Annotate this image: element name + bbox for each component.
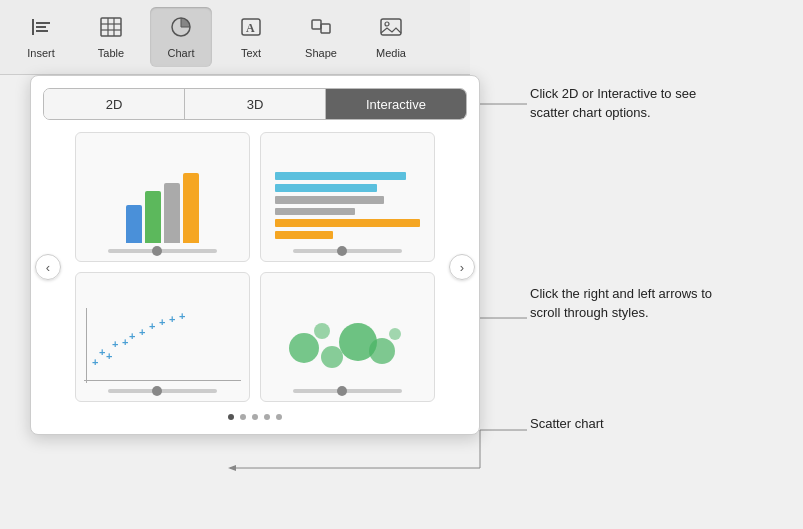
arrow-right-button[interactable]: › <box>449 254 475 280</box>
bar-h-1 <box>275 172 406 180</box>
chevron-right-icon: › <box>460 260 464 275</box>
toolbar-media-label: Media <box>376 47 406 59</box>
chart-type-tabs: 2D 3D Interactive <box>43 88 467 120</box>
scatter-point-9: + <box>159 316 165 328</box>
scatter-point-2: + <box>99 346 105 358</box>
bubble-4 <box>314 323 330 339</box>
bubble-5 <box>369 338 395 364</box>
svg-text:A: A <box>246 21 255 35</box>
annotation-1: Click 2D or Interactive to see scatter c… <box>530 85 720 123</box>
scatter-point-4: + <box>112 338 118 350</box>
toolbar-shape[interactable]: Shape <box>290 7 352 67</box>
scatter-point-7: + <box>139 326 145 338</box>
chart-slider-4[interactable] <box>293 389 403 393</box>
chart-item-bar-horizontal[interactable] <box>260 132 435 262</box>
bar-h-4 <box>275 208 355 216</box>
toolbar-text[interactable]: A Text <box>220 7 282 67</box>
media-icon <box>379 15 403 43</box>
svg-rect-0 <box>32 19 34 35</box>
bar-h-6 <box>275 231 333 239</box>
scatter-point-5: + <box>122 336 128 348</box>
toolbar-chart[interactable]: Chart <box>150 7 212 67</box>
bubble-visual <box>269 283 426 383</box>
chart-slider-knob-1 <box>152 246 162 256</box>
tab-2d[interactable]: 2D <box>44 89 185 119</box>
toolbar: Insert Table Chart <box>0 0 470 75</box>
chevron-left-icon: ‹ <box>46 260 50 275</box>
toolbar-text-label: Text <box>241 47 261 59</box>
scatter-point-11: + <box>179 310 185 322</box>
toolbar-shape-label: Shape <box>305 47 337 59</box>
bubble-1 <box>289 333 319 363</box>
svg-rect-3 <box>36 30 48 32</box>
svg-rect-4 <box>101 18 121 36</box>
bar-v-1 <box>126 205 142 243</box>
bar-v-2 <box>145 191 161 243</box>
bar-h-5 <box>275 219 420 227</box>
bar-vertical-visual <box>84 143 241 243</box>
page-dot-5[interactable] <box>276 414 282 420</box>
bar-vertical-chart <box>120 168 205 243</box>
page-dot-1[interactable] <box>228 414 234 420</box>
charts-grid: + + + + + + + + + + + <box>71 132 439 402</box>
chart-slider-knob-3 <box>152 386 162 396</box>
chart-item-bubble[interactable] <box>260 272 435 402</box>
table-icon <box>99 15 123 43</box>
shape-icon <box>309 15 333 43</box>
toolbar-table-label: Table <box>98 47 124 59</box>
svg-rect-15 <box>321 24 330 33</box>
chart-picker-panel: 2D 3D Interactive ‹ <box>30 75 480 435</box>
scatter-chart: + + + + + + + + + + + <box>84 308 241 383</box>
toolbar-insert[interactable]: Insert <box>10 7 72 67</box>
page-dot-4[interactable] <box>264 414 270 420</box>
bar-h-3 <box>275 196 384 204</box>
scatter-point-1: + <box>92 356 98 368</box>
scatter-axis-y <box>86 308 87 383</box>
svg-point-17 <box>385 22 389 26</box>
toolbar-insert-label: Insert <box>27 47 55 59</box>
annotation-2: Click the right and left arrows to scrol… <box>530 285 720 323</box>
toolbar-chart-label: Chart <box>168 47 195 59</box>
bar-h-2 <box>275 184 377 192</box>
bar-v-4 <box>183 173 199 243</box>
annotation-3: Scatter chart <box>530 415 604 434</box>
chart-slider-3[interactable] <box>108 389 218 393</box>
charts-area: ‹ <box>31 132 479 402</box>
bubble-chart <box>269 308 426 383</box>
arrow-left-button[interactable]: ‹ <box>35 254 61 280</box>
insert-icon <box>29 15 53 43</box>
page-dot-2[interactable] <box>240 414 246 420</box>
page-dots <box>31 414 479 420</box>
bubble-6 <box>389 328 401 340</box>
chart-icon <box>169 15 193 43</box>
chart-slider-knob-4 <box>337 386 347 396</box>
svg-rect-1 <box>36 22 50 24</box>
svg-rect-2 <box>36 26 46 28</box>
bar-horizontal-visual <box>269 143 426 243</box>
tab-3d[interactable]: 3D <box>185 89 326 119</box>
svg-rect-16 <box>381 19 401 35</box>
toolbar-media[interactable]: Media <box>360 7 422 67</box>
scatter-visual: + + + + + + + + + + + <box>84 283 241 383</box>
chart-item-scatter[interactable]: + + + + + + + + + + + <box>75 272 250 402</box>
chart-slider-1[interactable] <box>108 249 218 253</box>
chart-slider-2[interactable] <box>293 249 403 253</box>
scatter-axis-x <box>84 380 241 381</box>
chart-slider-knob-2 <box>337 246 347 256</box>
scatter-point-6: + <box>129 330 135 342</box>
bar-v-3 <box>164 183 180 243</box>
page-dot-3[interactable] <box>252 414 258 420</box>
tab-interactive[interactable]: Interactive <box>326 89 466 119</box>
toolbar-table[interactable]: Table <box>80 7 142 67</box>
svg-rect-14 <box>312 20 321 29</box>
scatter-point-8: + <box>149 320 155 332</box>
chart-item-bar-vertical[interactable] <box>75 132 250 262</box>
bar-horizontal-chart <box>269 168 426 243</box>
scatter-point-3: + <box>106 350 112 362</box>
text-icon: A <box>239 15 263 43</box>
scatter-point-10: + <box>169 313 175 325</box>
